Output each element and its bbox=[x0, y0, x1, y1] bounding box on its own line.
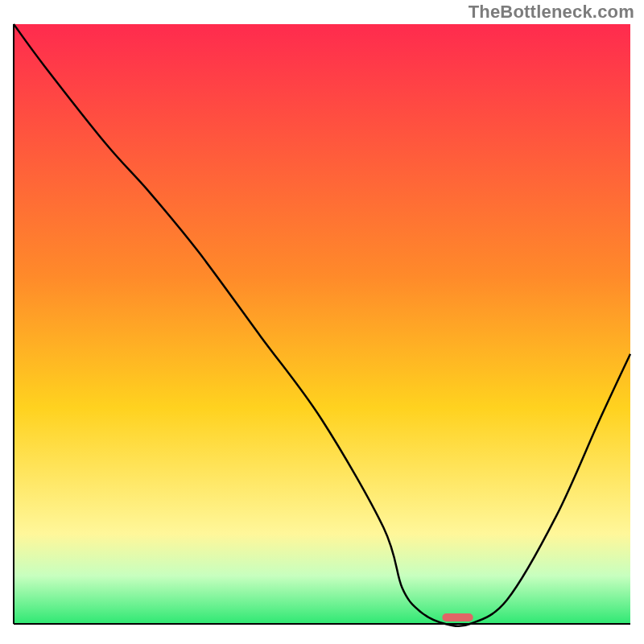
bottleneck-chart bbox=[0, 0, 644, 644]
optimum-marker bbox=[442, 613, 473, 621]
gradient-background bbox=[14, 24, 630, 624]
chart-stage: TheBottleneck.com bbox=[0, 0, 644, 644]
watermark-text: TheBottleneck.com bbox=[469, 2, 634, 23]
